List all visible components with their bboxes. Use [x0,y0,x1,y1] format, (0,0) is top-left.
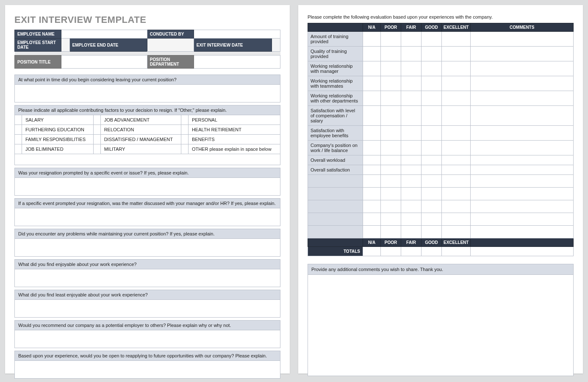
q4-input[interactable] [15,239,280,257]
eval-row-6-na[interactable] [363,126,381,141]
additional-comments-input[interactable] [308,274,574,376]
eval-row-9-fair[interactable] [401,165,422,175]
eval-blank-4-fair[interactable] [401,226,422,238]
eval-row-6-fair[interactable] [401,126,422,141]
factors-other-input[interactable] [15,154,280,165]
q3-input[interactable] [15,208,280,226]
factor-check-military[interactable] [93,144,100,154]
eval-blank-0-excellent[interactable] [442,175,471,188]
input-end-date[interactable] [147,39,194,52]
eval-blank-4-excellent[interactable] [442,226,471,238]
eval-row-5-excellent[interactable] [442,106,471,126]
eval-row-9-good[interactable] [422,165,442,175]
eval-blank-2-comments[interactable] [471,200,574,213]
factor-check-salary[interactable] [15,115,22,125]
input-employee-name[interactable] [61,30,147,39]
eval-row-5-good[interactable] [422,106,442,126]
eval-blank-2-poor[interactable] [381,200,401,213]
eval-row-0-fair[interactable] [401,32,422,47]
factor-check-job-advancement[interactable] [93,115,100,125]
eval-row-8-fair[interactable] [401,155,422,165]
eval-row-6-excellent[interactable] [442,126,471,141]
eval-blank-3-na[interactable] [363,213,381,226]
q2-input[interactable] [15,178,280,196]
eval-row-8-poor[interactable] [381,155,401,165]
eval-row-8-na[interactable] [363,155,381,165]
eval-blank-3-good[interactable] [422,213,442,226]
eval-row-2-comments[interactable] [471,61,574,76]
eval-row-5-fair[interactable] [401,106,422,126]
eval-row-1-poor[interactable] [381,47,401,61]
input-exit-date[interactable] [272,39,280,52]
eval-row-7-poor[interactable] [381,141,401,155]
eval-row-7-fair[interactable] [401,141,422,155]
factor-check-family[interactable] [15,135,22,144]
eval-blank-4-good[interactable] [422,226,442,238]
eval-row-4-excellent[interactable] [442,91,471,106]
input-start-date[interactable] [61,39,70,52]
eval-row-0-na[interactable] [363,32,381,47]
eval-blank-0-poor[interactable] [381,175,401,188]
eval-row-4-good[interactable] [422,91,442,106]
eval-blank-4-comments[interactable] [471,226,574,238]
eval-row-9-excellent[interactable] [442,165,471,175]
eval-blank-1-fair[interactable] [401,188,422,200]
factor-check-health[interactable] [181,125,188,135]
eval-row-7-good[interactable] [422,141,442,155]
input-position-department[interactable] [194,55,280,69]
eval-row-4-fair[interactable] [401,91,422,106]
eval-blank-0-fair[interactable] [401,175,422,188]
eval-blank-3-excellent[interactable] [442,213,471,226]
eval-row-3-good[interactable] [422,76,442,91]
q1-input[interactable] [15,85,280,102]
eval-blank-0-comments[interactable] [471,175,574,188]
eval-blank-0-na[interactable] [363,175,381,188]
eval-row-4-poor[interactable] [381,91,401,106]
eval-row-8-comments[interactable] [471,155,574,165]
factor-check-other[interactable] [181,144,188,154]
factor-check-dissatisfied[interactable] [93,135,100,144]
eval-row-7-na[interactable] [363,141,381,155]
eval-blank-2-na[interactable] [363,200,381,213]
eval-row-3-comments[interactable] [471,76,574,91]
eval-row-0-comments[interactable] [471,32,574,47]
eval-blank-1-na[interactable] [363,188,381,200]
eval-blank-2-good[interactable] [422,200,442,213]
eval-row-1-na[interactable] [363,47,381,61]
eval-row-3-excellent[interactable] [442,76,471,91]
eval-row-9-poor[interactable] [381,165,401,175]
eval-blank-2-fair[interactable] [401,200,422,213]
eval-row-9-comments[interactable] [471,165,574,175]
eval-row-6-comments[interactable] [471,126,574,141]
eval-row-3-fair[interactable] [401,76,422,91]
eval-row-1-fair[interactable] [401,47,422,61]
eval-row-1-comments[interactable] [471,47,574,61]
eval-row-6-good[interactable] [422,126,442,141]
q6-input[interactable] [15,300,280,318]
eval-row-2-fair[interactable] [401,61,422,76]
eval-row-3-poor[interactable] [381,76,401,91]
input-conducted-by[interactable] [194,30,280,39]
eval-row-3-na[interactable] [363,76,381,91]
eval-row-4-na[interactable] [363,91,381,106]
eval-blank-1-excellent[interactable] [442,188,471,200]
factor-check-relocation[interactable] [93,125,100,135]
eval-row-5-comments[interactable] [471,106,574,126]
input-position-title[interactable] [61,55,147,69]
eval-blank-0-good[interactable] [422,175,442,188]
eval-blank-4-na[interactable] [363,226,381,238]
eval-row-7-excellent[interactable] [442,141,471,155]
eval-row-9-na[interactable] [363,165,381,175]
eval-row-0-good[interactable] [422,32,442,47]
eval-row-2-excellent[interactable] [442,61,471,76]
q5-input[interactable] [15,269,280,287]
totals-poor[interactable] [381,247,401,256]
factor-check-benefits[interactable] [181,135,188,144]
totals-fair[interactable] [401,247,422,256]
eval-row-1-good[interactable] [422,47,442,61]
eval-row-5-poor[interactable] [381,106,401,126]
totals-good[interactable] [422,247,442,256]
totals-comments[interactable] [471,247,574,256]
eval-blank-3-fair[interactable] [401,213,422,226]
eval-blank-3-poor[interactable] [381,213,401,226]
